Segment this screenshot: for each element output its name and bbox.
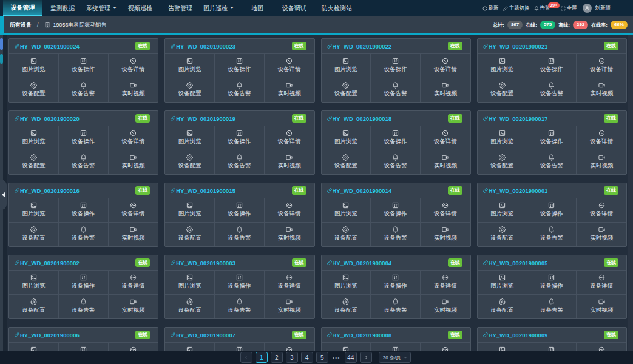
page-button-1[interactable]: 1 <box>256 352 268 363</box>
nav-item-5[interactable]: 告警管理 <box>168 0 192 16</box>
card-action-details[interactable]: 设备详情 <box>265 54 314 78</box>
device-name-link[interactable]: HY_WD_00201900015 <box>176 187 235 194</box>
refresh-button[interactable]: 刷新 <box>482 5 499 12</box>
nav-item-3[interactable]: 系统管理▼ <box>86 0 117 16</box>
card-action-bell[interactable]: 设备告警 <box>215 78 265 103</box>
device-name-link[interactable]: HY_WD_00201900006 <box>20 332 80 339</box>
alarm-button[interactable]: 告警 99+ <box>534 5 550 12</box>
page-button-4[interactable]: 4 <box>301 352 313 363</box>
device-name-link[interactable]: HY_WD_00201900019 <box>176 115 235 122</box>
card-action-picture[interactable]: 图片浏览 <box>322 126 371 150</box>
card-action-details[interactable]: 设备详情 <box>421 126 470 150</box>
card-action-bell[interactable]: 设备告警 <box>527 223 577 247</box>
next-page-button[interactable] <box>360 352 372 363</box>
nav-item-8[interactable]: 设备调试 <box>282 0 306 16</box>
card-action-operation[interactable]: 设备操作 <box>215 271 265 295</box>
nav-item-2[interactable]: 监测数据 <box>50 0 75 16</box>
card-action-bell[interactable]: 设备告警 <box>215 150 265 175</box>
card-action-picture[interactable]: 图片浏览 <box>9 198 59 223</box>
card-action-video[interactable]: 实时视频 <box>577 150 626 175</box>
card-action-details[interactable]: 设备详情 <box>577 198 626 223</box>
card-action-operation[interactable]: 设备操作 <box>59 198 109 223</box>
card-action-settings[interactable]: 设备配置 <box>478 78 527 103</box>
device-name-link[interactable]: HY_WD_00201900005 <box>489 260 548 266</box>
card-action-operation[interactable]: 设备操作 <box>527 126 577 150</box>
card-action-bell[interactable]: 设备告警 <box>59 78 109 103</box>
sidebar-collapse-handle[interactable] <box>0 180 7 210</box>
nav-item-4[interactable]: 视频巡检 <box>128 0 152 16</box>
device-name-link[interactable]: HY_WD_00201900001 <box>489 187 548 194</box>
device-name-link[interactable]: HY_WD_00201900004 <box>333 260 392 266</box>
card-action-details[interactable]: 设备详情 <box>109 54 158 78</box>
card-action-operation[interactable]: 设备操作 <box>59 126 109 150</box>
device-name-link[interactable]: HY_WD_00201900014 <box>333 187 392 194</box>
breadcrumb-root[interactable]: 所有设备 <box>10 21 32 29</box>
prev-page-button[interactable] <box>240 352 252 363</box>
card-action-operation[interactable]: 设备操作 <box>215 126 265 150</box>
card-action-picture[interactable]: 图片浏览 <box>478 126 527 150</box>
card-action-settings[interactable]: 设备配置 <box>165 223 215 247</box>
nav-item-6[interactable]: 图片巡检▼ <box>203 0 234 16</box>
device-name-link[interactable]: HY_WD_00201900003 <box>176 260 235 266</box>
card-action-details[interactable]: 设备详情 <box>265 198 314 223</box>
card-action-settings[interactable]: 设备配置 <box>322 223 371 247</box>
rail-scroll-thumb-blue[interactable] <box>0 38 3 50</box>
card-action-settings[interactable]: 设备配置 <box>9 295 59 319</box>
card-action-settings[interactable]: 设备配置 <box>322 78 371 103</box>
card-action-video[interactable]: 实时视频 <box>265 150 314 175</box>
card-action-bell[interactable]: 设备告警 <box>371 223 421 247</box>
nav-item-7[interactable]: 地图 <box>251 0 263 16</box>
card-action-video[interactable]: 实时视频 <box>109 150 158 175</box>
device-name-link[interactable]: HY_WD_00201900008 <box>333 332 392 339</box>
card-action-picture[interactable]: 图片浏览 <box>9 54 59 78</box>
page-size-select[interactable]: 20 条/页 <box>379 352 411 363</box>
card-action-operation[interactable]: 设备操作 <box>215 54 265 78</box>
card-action-operation[interactable]: 设备操作 <box>371 54 421 78</box>
page-button-5[interactable]: 5 <box>316 352 328 363</box>
card-action-details[interactable]: 设备详情 <box>577 54 626 78</box>
device-name-link[interactable]: HY_WD_00201900017 <box>489 115 548 122</box>
card-action-picture[interactable]: 图片浏览 <box>9 271 59 295</box>
card-action-operation[interactable]: 设备操作 <box>371 198 421 223</box>
card-action-settings[interactable]: 设备配置 <box>9 78 59 103</box>
card-action-picture[interactable]: 图片浏览 <box>165 126 215 150</box>
card-action-details[interactable]: 设备详情 <box>577 126 626 150</box>
card-action-video[interactable]: 实时视频 <box>577 295 626 319</box>
scrollbar-track[interactable] <box>628 35 633 364</box>
card-action-operation[interactable]: 设备操作 <box>59 54 109 78</box>
card-action-operation[interactable]: 设备操作 <box>215 198 265 223</box>
card-action-settings[interactable]: 设备配置 <box>9 150 59 175</box>
card-action-video[interactable]: 实时视频 <box>265 295 314 319</box>
device-name-link[interactable]: HY_WD_00201900020 <box>20 115 80 122</box>
card-action-settings[interactable]: 设备配置 <box>165 150 215 175</box>
card-action-details[interactable]: 设备详情 <box>577 271 626 295</box>
card-action-picture[interactable]: 图片浏览 <box>322 198 371 223</box>
card-action-bell[interactable]: 设备告警 <box>215 295 265 319</box>
card-action-settings[interactable]: 设备配置 <box>478 295 527 319</box>
card-action-bell[interactable]: 设备告警 <box>371 78 421 103</box>
device-name-link[interactable]: HY_WD_00201900002 <box>20 260 80 266</box>
card-action-details[interactable]: 设备详情 <box>421 54 470 78</box>
card-action-operation[interactable]: 设备操作 <box>527 198 577 223</box>
card-action-video[interactable]: 实时视频 <box>421 78 470 103</box>
nav-item-1[interactable]: 设备管理 <box>3 0 42 16</box>
card-action-video[interactable]: 实时视频 <box>109 78 158 103</box>
card-action-operation[interactable]: 设备操作 <box>59 271 109 295</box>
card-action-picture[interactable]: 图片浏览 <box>165 271 215 295</box>
card-action-details[interactable]: 设备详情 <box>265 271 314 295</box>
card-action-picture[interactable]: 图片浏览 <box>322 271 371 295</box>
nav-item-9[interactable]: 防火检测站 <box>322 0 352 16</box>
card-action-bell[interactable]: 设备告警 <box>59 150 109 175</box>
card-action-picture[interactable]: 图片浏览 <box>165 198 215 223</box>
card-action-details[interactable]: 设备详情 <box>109 198 158 223</box>
card-action-picture[interactable]: 图片浏览 <box>478 198 527 223</box>
device-name-link[interactable]: HY_WD_00201900022 <box>333 43 392 50</box>
card-action-settings[interactable]: 设备配置 <box>322 295 371 319</box>
more-pages-button[interactable]: ••• <box>331 355 342 360</box>
card-action-picture[interactable]: 图片浏览 <box>322 54 371 78</box>
card-action-operation[interactable]: 设备操作 <box>371 271 421 295</box>
last-page-button[interactable]: 44 <box>345 352 357 363</box>
card-action-settings[interactable]: 设备配置 <box>322 150 371 175</box>
device-name-link[interactable]: HY_WD_00201900009 <box>489 332 548 339</box>
card-action-bell[interactable]: 设备告警 <box>215 223 265 247</box>
